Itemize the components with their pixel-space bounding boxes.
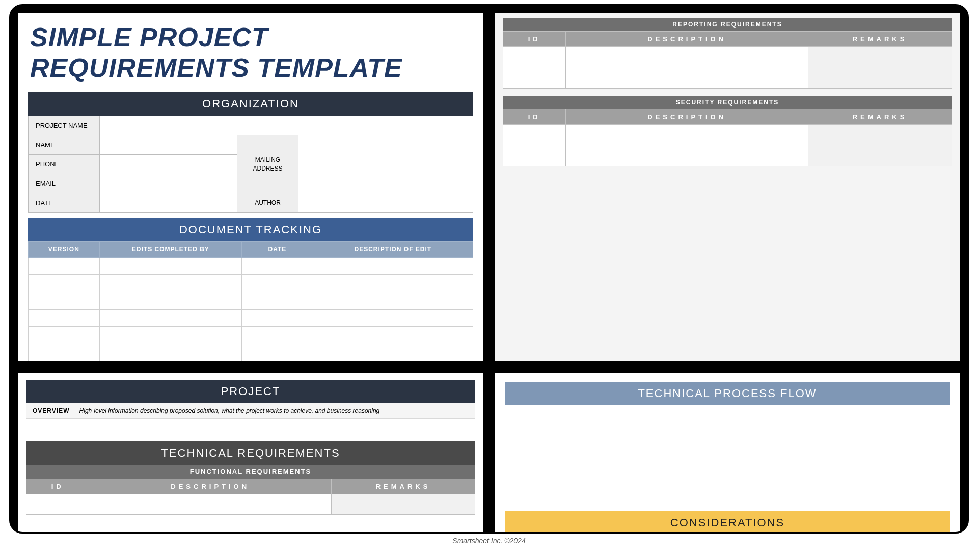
col-description: DESCRIPTION <box>566 32 808 47</box>
table-row[interactable] <box>29 275 473 292</box>
panel-reporting-security: REPORTING REQUIREMENTS ID DESCRIPTION RE… <box>495 13 960 361</box>
col-description: DESCRIPTION <box>89 479 332 494</box>
project-overview-input[interactable] <box>26 419 475 434</box>
table-row[interactable] <box>29 344 473 361</box>
label-mailing-address: MAILING ADDRESS <box>237 135 298 193</box>
heading-reporting-requirements: REPORTING REQUIREMENTS <box>503 18 952 31</box>
table-row[interactable] <box>29 327 473 344</box>
col-id: ID <box>503 32 566 47</box>
panel-organization-tracking: SIMPLE PROJECT REQUIREMENTS TEMPLATE ORG… <box>18 13 483 361</box>
table-row[interactable] <box>29 292 473 310</box>
label-phone: PHONE <box>29 155 100 174</box>
input-project-name[interactable] <box>100 116 473 135</box>
page-title: SIMPLE PROJECT REQUIREMENTS TEMPLATE <box>30 22 473 83</box>
reporting-requirements-block: REPORTING REQUIREMENTS ID DESCRIPTION RE… <box>503 18 952 89</box>
col-desc: DESCRIPTION OF EDIT <box>313 242 473 258</box>
heading-project: PROJECT <box>26 380 475 403</box>
label-project-name: PROJECT NAME <box>29 116 100 135</box>
label-date: DATE <box>29 193 100 213</box>
input-mailing-address[interactable] <box>298 135 473 193</box>
technical-requirements-table: ID DESCRIPTION REMARKS <box>26 479 475 515</box>
footer-caption: Smartsheet Inc. ©2024 <box>452 537 525 545</box>
reporting-requirements-table: ID DESCRIPTION REMARKS <box>503 31 952 89</box>
col-edits-by: EDITS COMPLETED BY <box>99 242 241 258</box>
heading-document-tracking: DOCUMENT TRACKING <box>28 218 473 241</box>
col-id: ID <box>503 109 566 125</box>
col-remarks: REMARKS <box>808 109 952 125</box>
input-date[interactable] <box>100 193 237 213</box>
table-row[interactable] <box>26 494 475 515</box>
panel-process-considerations-addendums: TECHNICAL PROCESS FLOW CONSIDERATIONS AD… <box>495 373 960 534</box>
col-description: DESCRIPTION <box>566 109 808 125</box>
label-name: NAME <box>29 135 100 155</box>
organization-table: PROJECT NAME NAME MAILING ADDRESS PHONE <box>28 116 473 213</box>
heading-technical-requirements: TECHNICAL REQUIREMENTS <box>26 441 475 465</box>
input-name[interactable] <box>100 135 237 155</box>
security-requirements-block: SECURITY REQUIREMENTS ID DESCRIPTION REM… <box>503 96 952 166</box>
col-version: VERSION <box>29 242 100 258</box>
template-frame: SIMPLE PROJECT REQUIREMENTS TEMPLATE ORG… <box>9 4 969 534</box>
col-date: DATE <box>242 242 313 258</box>
table-row[interactable] <box>503 47 952 89</box>
panel-project-technical: PROJECT OVERVIEW | High-level informatio… <box>18 373 483 534</box>
col-id: ID <box>26 479 89 494</box>
input-phone[interactable] <box>100 155 237 174</box>
input-email[interactable] <box>100 174 237 193</box>
table-row[interactable] <box>29 310 473 327</box>
col-remarks: REMARKS <box>808 32 952 47</box>
security-requirements-table: ID DESCRIPTION REMARKS <box>503 109 952 166</box>
table-row[interactable] <box>29 258 473 275</box>
heading-security-requirements: SECURITY REQUIREMENTS <box>503 96 952 109</box>
input-author[interactable] <box>298 193 473 213</box>
document-tracking-table: VERSION EDITS COMPLETED BY DATE DESCRIPT… <box>28 241 473 361</box>
label-email: EMAIL <box>29 174 100 193</box>
heading-technical-process-flow: TECHNICAL PROCESS FLOW <box>505 382 950 405</box>
label-author: AUTHOR <box>237 193 298 213</box>
table-row[interactable] <box>503 125 952 166</box>
heading-functional-requirements: FUNCTIONAL REQUIREMENTS <box>26 465 475 479</box>
col-remarks: REMARKS <box>332 479 475 494</box>
heading-organization: ORGANIZATION <box>28 92 473 116</box>
project-overview-hint: OVERVIEW | High-level information descri… <box>26 403 475 419</box>
heading-considerations: CONSIDERATIONS <box>505 511 950 534</box>
technical-process-flow-area[interactable] <box>505 405 950 497</box>
